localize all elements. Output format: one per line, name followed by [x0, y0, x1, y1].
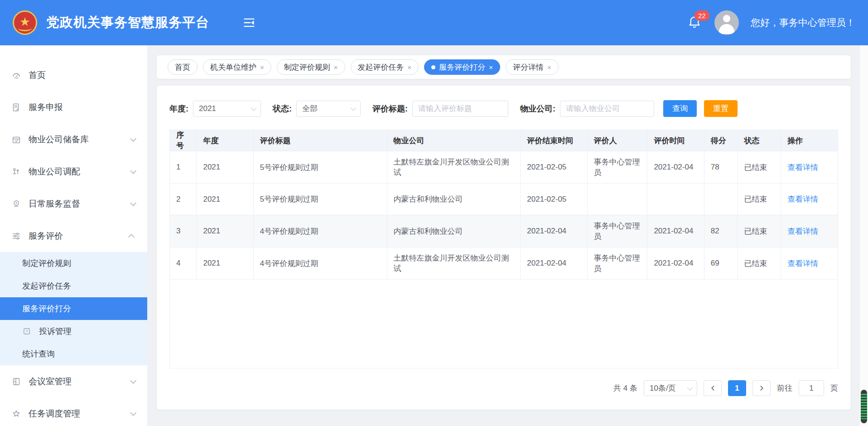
sidebar-item-label: 日常服务监督 — [29, 198, 80, 210]
dashboard-icon — [11, 70, 21, 80]
column-header-end_time: 评价结束时间 — [521, 130, 587, 151]
cell-title: 5号评价规则过期 — [253, 184, 387, 215]
user-avatar[interactable] — [714, 10, 739, 35]
cell-evaluator: 事务中心管理员 — [587, 247, 647, 280]
table-body: 120215号评价规则过期土默特左旗金川开发区物业公司测试2021-02-05事… — [170, 151, 838, 280]
chevron-down-icon — [687, 385, 693, 391]
status-select[interactable]: 全部 — [296, 101, 361, 117]
company-label: 物业公司: — [520, 103, 555, 114]
chevron-down-icon — [251, 105, 257, 111]
scrollbar-thumb[interactable] — [861, 390, 867, 423]
cell-eval_time: 2021-02-04 — [647, 215, 704, 247]
company-input[interactable] — [560, 101, 654, 117]
sidebar-item-label: 服务申报 — [29, 102, 63, 113]
cell-action: 查看详情 — [781, 151, 838, 184]
view-details-link[interactable]: 查看详情 — [787, 227, 818, 236]
cell-year: 2021 — [197, 184, 253, 215]
tab-首页[interactable]: 首页 — [168, 59, 198, 75]
sidebar-item-任务调度管理[interactable]: 任务调度管理 — [0, 397, 147, 426]
tab-label: 首页 — [175, 62, 190, 73]
sidebar-item-首页[interactable]: 首页 — [0, 59, 147, 91]
next-page-button[interactable] — [752, 380, 771, 396]
reset-button[interactable]: 重置 — [704, 100, 738, 117]
tab-close-icon[interactable]: × — [489, 64, 493, 71]
results-table-wrap: 序号年度评价标题物业公司评价结束时间评价人评价时间得分状态操作 120215号评… — [169, 130, 838, 368]
chevron-down-icon — [130, 135, 136, 141]
tab-label: 服务评价打分 — [439, 62, 485, 73]
tab-机关单位维护[interactable]: 机关单位维护× — [203, 59, 271, 75]
active-tab-dot — [431, 65, 435, 69]
header-right: 22 您好，事务中心管理员！ — [687, 10, 855, 35]
tab-bar: 首页机关单位维护×制定评价规则×发起评价任务×服务评价打分×评分详情× — [157, 55, 851, 79]
view-details-link[interactable]: 查看详情 — [787, 259, 818, 268]
year-label: 年度: — [169, 103, 188, 114]
prev-page-button[interactable] — [704, 380, 722, 396]
tab-close-icon[interactable]: × — [334, 64, 338, 71]
sidebar-item-label: 服务评价 — [29, 230, 63, 242]
table-header-row: 序号年度评价标题物业公司评价结束时间评价人评价时间得分状态操作 — [170, 130, 838, 151]
cell-score: 78 — [704, 151, 738, 184]
cell-action: 查看详情 — [781, 247, 838, 280]
current-page[interactable]: 1 — [728, 380, 746, 396]
chevron-up-icon — [128, 234, 135, 240]
page-size-value: 10条/页 — [650, 383, 676, 393]
scrollbar-track[interactable] — [859, 45, 868, 426]
cell-evaluator: 事务中心管理员 — [587, 215, 647, 247]
cell-index: 1 — [170, 151, 197, 184]
cell-action: 查看详情 — [781, 184, 838, 215]
cell-status: 已结束 — [738, 184, 781, 215]
tab-close-icon[interactable]: × — [547, 64, 551, 71]
tab-制定评价规则[interactable]: 制定评价规则× — [277, 59, 345, 75]
page-size-select[interactable]: 10条/页 — [644, 380, 697, 396]
sidebar-subitem-发起评价任务[interactable]: 发起评价任务 — [0, 275, 147, 297]
view-details-link[interactable]: 查看详情 — [787, 195, 818, 203]
svg-text:?: ? — [25, 329, 28, 334]
cell-eval_time — [647, 184, 704, 215]
tab-评分详情[interactable]: 评分详情× — [506, 59, 559, 75]
pagination: 共 4 条 10条/页 1 前往 页 — [169, 380, 838, 396]
cell-status: 已结束 — [738, 215, 781, 247]
sidebar-item-物业公司调配[interactable]: 物业公司调配 — [0, 155, 147, 188]
app-header: ★ 党政机关事务智慧服务平台 22 您好，事务中心管理员！ — [0, 0, 868, 45]
page-unit-label: 页 — [830, 383, 838, 393]
sidebar-item-日常服务监督[interactable]: 日常服务监督 — [0, 188, 147, 220]
search-button[interactable]: 查询 — [663, 100, 697, 117]
tab-close-icon[interactable]: × — [260, 64, 264, 71]
eval-title-input[interactable] — [412, 101, 508, 117]
column-header-index: 序号 — [170, 130, 197, 151]
sidebar-item-label: 物业公司储备库 — [29, 134, 89, 145]
cell-evaluator: 事务中心管理员 — [587, 151, 647, 184]
tab-服务评价打分[interactable]: 服务评价打分× — [424, 59, 500, 75]
column-header-year: 年度 — [197, 130, 253, 151]
cell-index: 3 — [170, 215, 197, 247]
cell-end_time: 2021-02-04 — [521, 215, 587, 247]
sidebar-subitem-制定评价规则[interactable]: 制定评价规则 — [0, 252, 147, 275]
sidebar-item-服务申报[interactable]: 服务申报 — [0, 91, 147, 123]
question-icon: ? — [22, 327, 31, 336]
filter-bar: 年度: 2021 状态: 全部 评价标题: 物业公司: 查询 重置 — [169, 100, 838, 117]
cell-company: 内蒙古和利物业公司 — [387, 215, 521, 247]
sidebar-item-物业公司储备库[interactable]: 物业公司储备库 — [0, 123, 147, 155]
year-select[interactable]: 2021 — [193, 101, 261, 117]
results-table: 序号年度评价标题物业公司评价结束时间评价人评价时间得分状态操作 120215号评… — [170, 130, 838, 280]
tab-close-icon[interactable]: × — [408, 64, 412, 71]
archive-icon — [11, 135, 21, 145]
status-label: 状态: — [273, 103, 292, 114]
sidebar-subitem-投诉管理[interactable]: ?投诉管理 — [0, 320, 147, 343]
cell-company: 内蒙古和利物业公司 — [387, 184, 521, 215]
tab-label: 发起评价任务 — [358, 62, 404, 73]
tab-发起评价任务[interactable]: 发起评价任务× — [351, 59, 419, 75]
tab-label: 评分详情 — [513, 62, 544, 73]
sidebar-item-服务评价[interactable]: 服务评价 — [0, 220, 147, 252]
cell-title: 5号评价规则过期 — [253, 151, 387, 184]
collapse-menu-icon[interactable] — [243, 16, 256, 29]
goto-page-input[interactable] — [799, 380, 824, 396]
sidebar-subitem-服务评价打分[interactable]: 服务评价打分 — [0, 297, 147, 320]
main-content: 首页机关单位维护×制定评价规则×发起评价任务×服务评价打分×评分详情× 年度: … — [147, 45, 868, 426]
cell-evaluator — [587, 184, 647, 215]
user-greeting: 您好，事务中心管理员！ — [751, 16, 855, 29]
sidebar-subitem-统计查询[interactable]: 统计查询 — [0, 343, 147, 365]
view-details-link[interactable]: 查看详情 — [787, 163, 818, 172]
notification-bell-icon[interactable]: 22 — [687, 14, 703, 31]
sidebar-item-会议室管理[interactable]: 会议室管理 — [0, 365, 147, 397]
